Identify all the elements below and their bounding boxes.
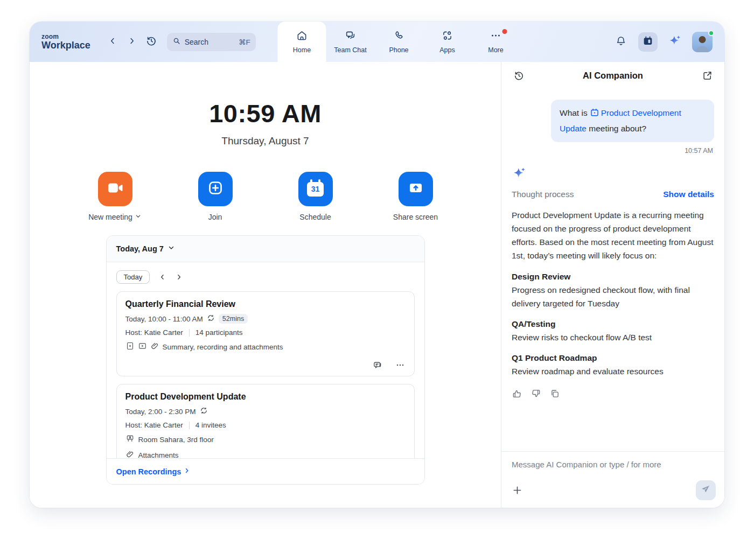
next-day-button[interactable] [175,273,183,281]
ai-companion-launcher-button[interactable] [665,32,685,52]
forward-button[interactable] [124,34,140,50]
video-camera-icon [106,179,124,199]
presence-dot [708,30,714,36]
tab-apps-label: Apps [439,46,455,54]
summary-document-icon [125,341,135,352]
meeting-participants: 4 invitees [196,421,226,429]
logo-workplace-text: Workplace [41,40,90,50]
ai-companion-panel: AI Companion What isProduct Development … [501,62,724,508]
user-message-bubble: What isProduct Development Update meetin… [551,100,714,142]
copy-icon[interactable] [549,388,560,399]
agenda-footer: Open Recordings [107,458,424,484]
clock-date: Thursday, August 7 [30,135,501,147]
zoom-workplace-logo: zoom Workplace [41,33,90,50]
meeting-time: Today, 2:00 - 2:30 PM [125,408,196,416]
join-button[interactable]: Join [186,172,245,221]
open-recordings-link[interactable]: Open Recordings [116,467,191,476]
schedule-button[interactable]: 31 Schedule [286,172,345,221]
history-button[interactable] [143,34,159,50]
primary-tabs: Home Team Chat Phone Apps [278,22,520,62]
panel-title: AI Companion [526,71,700,81]
history-clock-icon [145,35,157,49]
meeting-host: Host: Katie Carter [125,421,183,429]
meeting-room: Room Sahara, 3rd floor [138,436,214,444]
ai-companion-sparkle-icon [668,34,682,50]
home-icon [296,30,308,44]
answer-section: QA/Testing Review risks to checkout flow… [512,317,714,344]
pop-out-icon[interactable] [700,68,715,83]
search-shortcut: ⌘F [239,38,250,46]
search-placeholder: Search [185,38,235,46]
phone-icon [393,30,405,44]
add-attachment-button[interactable] [512,485,523,496]
quick-actions: New meeting Join [30,172,501,221]
agenda-date-label: Today, Aug 7 [116,244,164,253]
composer-input[interactable]: Message AI Companion or type / for more [512,460,714,469]
show-details-link[interactable]: Show details [663,190,714,199]
answer-section: Q1 Product Roadmap Review roadmap and ev… [512,351,714,378]
agenda-date-selector[interactable]: Today, Aug 7 [107,236,424,262]
home-main: 10:59 AM Thursday, August 7 New meeting [30,62,501,508]
recording-icon [138,341,147,352]
meetings-calendar-button[interactable] [638,32,658,52]
chevron-left-icon [108,36,117,48]
new-meeting-button[interactable]: New meeting [86,172,145,221]
chevron-right-icon [183,467,191,476]
meeting-card-quarterly-financial-review[interactable]: Quarterly Financial Review Today, 10:00 … [116,291,415,376]
send-plane-icon [701,484,711,496]
ai-answer-text: Product Development Update is a recurrin… [512,208,714,378]
thought-process-label: Thought process [512,190,574,199]
thumbs-down-icon[interactable] [530,388,541,399]
divider [189,329,190,337]
recurring-icon [207,314,215,324]
tab-team-chat-label: Team Chat [334,46,366,54]
meeting-title: Product Development Update [125,392,406,402]
thumbs-up-icon[interactable] [512,388,522,399]
join-plus-icon [206,179,225,199]
join-label: Join [208,213,222,221]
chevron-right-icon [127,36,137,48]
back-button[interactable] [104,34,121,50]
today-button[interactable]: Today [116,270,150,284]
paperclip-icon [150,341,159,352]
schedule-label: Schedule [299,213,331,221]
bell-icon [615,35,627,49]
top-bar: zoom Workplace Search ⌘F [30,22,724,62]
meeting-time: Today, 10:00 - 11:00 AM [125,315,203,323]
meeting-title: Quarterly Financial Review [125,299,406,309]
composer: Message AI Companion or type / for more [501,451,724,508]
tab-apps[interactable]: Apps [423,22,472,62]
chat-about-meeting-icon[interactable] [372,360,383,370]
team-chat-icon [345,30,357,44]
zoom-workplace-window: zoom Workplace Search ⌘F [30,22,724,508]
share-screen-button[interactable]: Share screen [386,172,445,221]
feedback-row [512,388,714,399]
more-options-icon[interactable] [395,360,406,370]
duration-badge: 52mins [219,314,248,324]
user-avatar[interactable] [692,32,713,52]
previous-day-button[interactable] [158,273,166,281]
share-screen-icon [407,179,425,199]
topbar-right-actions [611,32,713,52]
tab-phone[interactable]: Phone [375,22,423,62]
conversation-history-button[interactable] [511,68,526,83]
more-ellipsis-icon [490,30,502,44]
meeting-calendar-sparkle-icon [590,108,599,122]
notifications-button[interactable] [611,32,631,52]
clock-time: 10:59 AM [30,99,501,128]
tab-more-label: More [488,46,503,54]
search-input[interactable]: Search ⌘F [167,33,256,51]
answer-section: Design Review Progress on redesigned che… [512,270,714,310]
tab-phone-label: Phone [389,46,408,54]
tab-home[interactable]: Home [278,22,326,62]
ai-response [512,166,714,183]
tab-team-chat[interactable]: Team Chat [326,22,375,62]
agenda-card: Today, Aug 7 Today [106,235,425,485]
divider [189,422,190,429]
send-button[interactable] [696,480,716,500]
calendar-31-icon: 31 [307,182,324,197]
calendar-icon [642,35,654,49]
tab-more[interactable]: More [472,22,520,62]
new-meeting-label: New meeting [88,213,132,221]
attachments-note: Summary, recording and attachments [163,343,283,351]
